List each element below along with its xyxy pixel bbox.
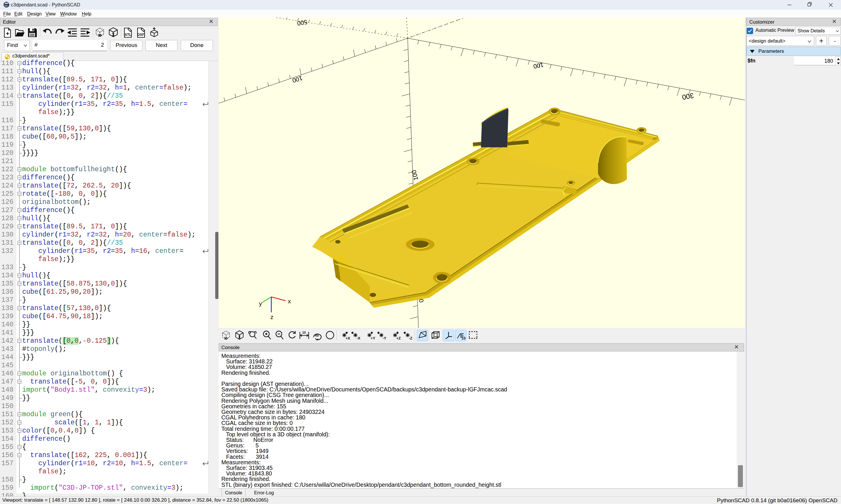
svg-text:300: 300	[682, 92, 694, 102]
svg-text:100: 100	[291, 75, 303, 84]
svg-text:-X: -X	[357, 336, 360, 340]
svg-text:-Z: -Z	[409, 336, 412, 340]
svg-text:45: 45	[315, 334, 319, 338]
svg-text:z: z	[270, 314, 273, 320]
svg-text:+Z: +Z	[396, 336, 401, 340]
svg-text:+Y: +Y	[371, 336, 376, 340]
svg-text:DXF: DXF	[137, 33, 144, 37]
svg-text:10: 10	[461, 336, 465, 340]
svg-text:500: 500	[297, 19, 308, 27]
svg-text:STL: STL	[125, 33, 132, 37]
svg-text:10: 10	[302, 331, 306, 334]
svg-text:-Y: -Y	[382, 336, 386, 340]
svg-text:x: x	[288, 298, 291, 305]
svg-text:100: 100	[533, 61, 544, 70]
svg-text:+X: +X	[345, 336, 350, 340]
svg-text:100: 100	[410, 169, 419, 181]
svg-text:y: y	[259, 301, 262, 307]
